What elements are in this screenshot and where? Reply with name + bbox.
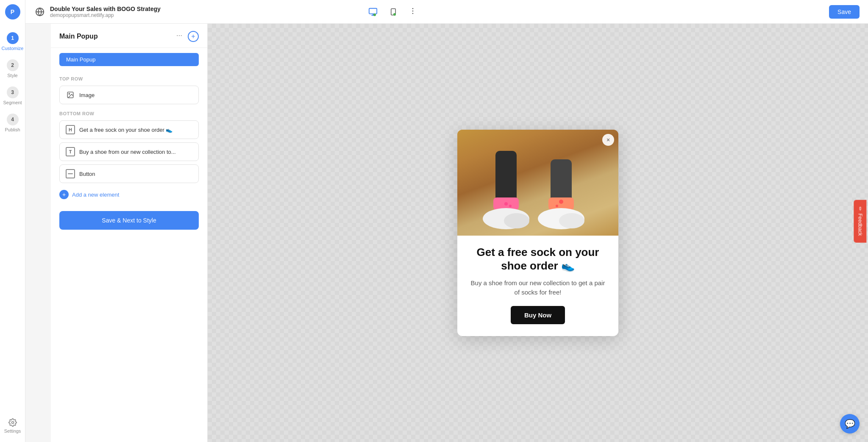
main-layout: Main Popup + Main Popup TOP ROW Image BO… xyxy=(51,24,868,442)
sidebar-item-customize[interactable]: 1 Customize xyxy=(0,28,25,55)
feedback-label: Feedback xyxy=(857,213,863,236)
svg-point-25 xyxy=(509,205,512,207)
mobile-device-button[interactable] xyxy=(386,4,401,19)
panel-title: Main Popup xyxy=(59,33,174,40)
bottom-row-label: BOTTOM ROW xyxy=(51,106,207,119)
image-row-item[interactable]: Image xyxy=(59,86,199,104)
sidebar-label-style: Style xyxy=(7,73,17,78)
top-header: Double Your Sales with BOGO Strategy dem… xyxy=(25,0,868,24)
header-info: Double Your Sales with BOGO Strategy dem… xyxy=(50,6,161,18)
svg-point-13 xyxy=(181,35,182,36)
sidebar-item-segment[interactable]: 3 Segment xyxy=(0,82,25,109)
save-next-button[interactable]: Save & Next to Style xyxy=(59,211,199,230)
add-element-button[interactable]: + Add a new element xyxy=(51,185,207,204)
app-logo[interactable]: P xyxy=(5,4,20,19)
more-options-icon[interactable] xyxy=(406,4,420,19)
chat-icon: 💬 xyxy=(845,419,855,429)
page-title: Double Your Sales with BOGO Strategy xyxy=(50,6,161,12)
add-element-icon: + xyxy=(59,190,69,199)
sidebar-item-style[interactable]: 2 Style xyxy=(0,55,25,82)
page-subtitle: demopopupsmart.netlify.app xyxy=(50,12,161,18)
svg-rect-3 xyxy=(369,8,377,14)
settings-label: Settings xyxy=(4,428,21,434)
nav-circle-1: 1 xyxy=(7,32,19,44)
image-icon xyxy=(66,90,75,100)
svg-point-10 xyxy=(412,13,414,14)
button-row-label: Button xyxy=(79,171,192,177)
canvas-area: × Get a free sock on your shoe order 👟 B… xyxy=(208,24,868,442)
popup-preview: × Get a free sock on your shoe order 👟 B… xyxy=(457,130,618,336)
heading-row-label: Get a free sock on your shoe order 👟 xyxy=(79,127,192,133)
sidebar-label-customize: Customize xyxy=(2,46,24,51)
save-button[interactable]: Save xyxy=(829,5,860,19)
text-row-label: Buy a shoe from our new collection to... xyxy=(79,149,192,155)
sidebar-item-settings[interactable]: Settings xyxy=(0,414,25,438)
svg-point-23 xyxy=(559,213,584,228)
sidebar-nav: P 1 Customize 2 Style 3 Segment 4 Publis… xyxy=(0,0,25,442)
pencil-icon: ✏ xyxy=(857,206,863,211)
popup-image-area: × xyxy=(457,130,618,236)
device-switcher xyxy=(365,4,420,19)
nav-circle-3: 3 xyxy=(7,86,19,98)
desktop-device-button[interactable] xyxy=(365,4,381,19)
svg-point-0 xyxy=(11,422,14,424)
text-icon: T xyxy=(66,147,75,156)
svg-point-12 xyxy=(179,35,180,36)
top-row-label: TOP ROW xyxy=(51,71,207,84)
svg-point-24 xyxy=(504,202,508,206)
svg-point-8 xyxy=(412,8,414,9)
svg-point-27 xyxy=(556,205,558,207)
popup-cta-button[interactable]: Buy Now xyxy=(511,306,565,324)
left-panel: Main Popup + Main Popup TOP ROW Image BO… xyxy=(51,24,208,442)
image-row-label: Image xyxy=(79,92,192,98)
button-icon xyxy=(66,169,75,178)
svg-point-15 xyxy=(69,93,70,94)
gear-icon xyxy=(8,418,17,427)
add-element-label: Add a new element xyxy=(72,192,119,198)
nav-circle-4: 4 xyxy=(7,114,19,125)
svg-point-11 xyxy=(177,35,178,36)
panel-header: Main Popup + xyxy=(51,24,207,48)
popup-subtext: Buy a shoe from our new collection to ge… xyxy=(469,278,606,297)
nav-circle-2: 2 xyxy=(7,59,19,71)
sidebar-label-segment: Segment xyxy=(3,100,22,105)
panel-more-icon[interactable] xyxy=(174,31,184,42)
heading-icon: H xyxy=(66,125,75,134)
popup-body: Get a free sock on your shoe order 👟 Buy… xyxy=(457,236,618,336)
feedback-tab[interactable]: ✏ Feedback xyxy=(854,200,867,242)
svg-point-19 xyxy=(504,213,529,228)
sidebar-label-publish: Publish xyxy=(5,127,20,132)
popup-headline: Get a free sock on your shoe order 👟 xyxy=(469,246,606,272)
svg-point-9 xyxy=(412,10,414,11)
svg-point-26 xyxy=(559,200,563,204)
chat-button[interactable]: 💬 xyxy=(840,414,860,434)
text-row-item[interactable]: T Buy a shoe from our new collection to.… xyxy=(59,142,199,161)
button-row-item[interactable]: Button xyxy=(59,164,199,183)
heading-row-item[interactable]: H Get a free sock on your shoe order 👟 xyxy=(59,120,199,139)
shoe-illustration xyxy=(470,151,606,236)
globe-icon xyxy=(34,6,46,18)
panel-add-button[interactable]: + xyxy=(188,31,199,42)
sidebar-item-publish[interactable]: 4 Publish xyxy=(0,109,25,136)
main-popup-tab[interactable]: Main Popup xyxy=(59,53,199,66)
